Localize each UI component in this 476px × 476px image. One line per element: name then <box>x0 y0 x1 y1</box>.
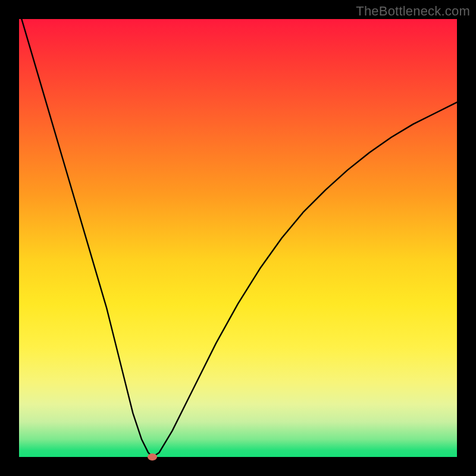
attribution-label: TheBottleneck.com <box>356 4 470 19</box>
bottleneck-curve <box>19 19 457 457</box>
optimal-point-marker <box>148 453 157 461</box>
plot-area <box>19 19 457 457</box>
chart-frame: TheBottleneck.com <box>0 0 476 476</box>
